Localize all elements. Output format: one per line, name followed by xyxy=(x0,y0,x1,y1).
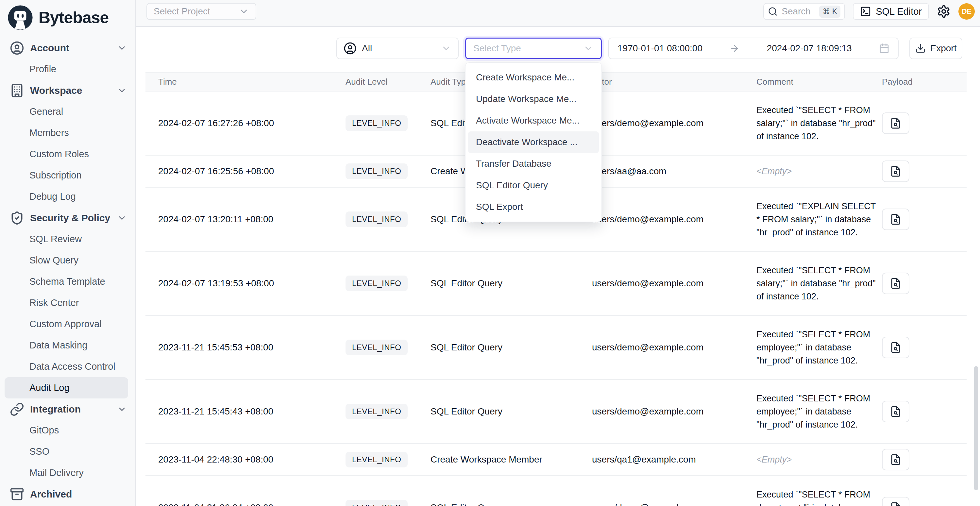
date-range-start: 1970-01-01 08:00:00 xyxy=(617,43,703,54)
file-search-icon xyxy=(890,117,902,129)
cell-audit-level: LEVEL_INFO xyxy=(343,115,428,131)
file-search-icon xyxy=(890,277,902,289)
view-payload-button[interactable] xyxy=(882,449,909,470)
cell-time: 2023-11-21 15:45:53 +08:00 xyxy=(145,342,343,353)
project-select-placeholder: Select Project xyxy=(154,6,210,17)
sidebar-item-archived[interactable]: Archived xyxy=(0,484,135,505)
level-badge: LEVEL_INFO xyxy=(345,452,407,468)
bytebase-logo[interactable]: Bytebase xyxy=(0,0,135,33)
topbar: Select Project Search ⌘ K SQL Editor DE xyxy=(136,0,980,27)
cell-audit-type: SQL Editor Query xyxy=(428,503,590,506)
menu-item-create-workspace-member[interactable]: Create Workspace Me... xyxy=(468,67,599,88)
sidebar-item-gitops[interactable]: GitOps xyxy=(0,420,135,441)
cell-audit-level: LEVEL_INFO xyxy=(343,500,428,506)
cell-audit-level: LEVEL_INFO xyxy=(343,275,428,291)
view-payload-button[interactable] xyxy=(882,401,909,422)
sidebar-item-data-masking[interactable]: Data Masking xyxy=(0,335,135,356)
sidebar-item-label: Schema Template xyxy=(29,276,105,287)
cell-payload xyxy=(876,497,967,506)
actor-filter-select[interactable]: All xyxy=(336,38,459,59)
sidebar-item-data-access-control[interactable]: Data Access Control xyxy=(0,356,135,377)
sidebar-item-custom-roles[interactable]: Custom Roles xyxy=(0,143,135,165)
cell-audit-type: SQL Editor Query xyxy=(428,406,590,417)
menu-item-activate-workspace-member[interactable]: Activate Workspace Me... xyxy=(468,110,599,131)
chevron-down-icon xyxy=(117,43,127,53)
sidebar-item-label: Profile xyxy=(29,64,56,75)
file-search-icon xyxy=(890,213,902,225)
sidebar-item-account[interactable]: Account xyxy=(0,37,135,59)
avatar[interactable]: DE xyxy=(958,3,975,20)
calendar-icon xyxy=(879,43,889,54)
sidebar-item-integration[interactable]: Integration xyxy=(0,398,135,420)
view-payload-button[interactable] xyxy=(882,113,909,134)
actor-filter-value: All xyxy=(362,43,372,54)
table-row: 2023-11-21 15:45:43 +08:00 LEVEL_INFO SQ… xyxy=(145,380,967,444)
sidebar-item-general[interactable]: General xyxy=(0,101,135,122)
search-input[interactable]: Search ⌘ K xyxy=(763,3,845,20)
type-filter-menu: Create Workspace Me... Update Workspace … xyxy=(465,62,602,222)
cell-comment: Executed `"SELECT * FROM employee;"` in … xyxy=(755,328,876,367)
sidebar-item-label: General xyxy=(29,106,63,117)
archive-icon xyxy=(10,487,24,501)
export-button[interactable]: Export xyxy=(909,38,963,59)
scrollbar-thumb[interactable] xyxy=(974,366,978,490)
project-select[interactable]: Select Project xyxy=(146,3,256,20)
chevron-down-icon xyxy=(117,213,127,223)
sql-editor-button[interactable]: SQL Editor xyxy=(853,3,929,20)
topbar-actions: Search ⌘ K SQL Editor DE xyxy=(763,3,975,20)
type-filter-select[interactable]: Select Type xyxy=(465,38,602,59)
menu-item-deactivate-workspace-member[interactable]: Deactivate Workspace ... xyxy=(468,131,599,153)
sidebar-item-audit-log[interactable]: Audit Log xyxy=(5,377,128,398)
view-payload-button[interactable] xyxy=(882,337,909,358)
menu-item-sql-editor-query[interactable]: SQL Editor Query xyxy=(468,175,599,196)
sidebar-item-label: GitOps xyxy=(29,425,59,436)
table-row: 2024-02-07 13:19:53 +08:00 LEVEL_INFO SQ… xyxy=(145,252,967,316)
file-search-icon xyxy=(890,406,902,417)
cell-actor: users/qa1@example.com xyxy=(590,454,755,465)
sidebar-item-label: Workspace xyxy=(30,85,83,96)
sidebar-item-debug-log[interactable]: Debug Log xyxy=(0,186,135,207)
sidebar-item-slow-query[interactable]: Slow Query xyxy=(0,250,135,271)
cell-payload xyxy=(876,401,967,422)
menu-item-update-workspace-member[interactable]: Update Workspace Me... xyxy=(468,88,599,110)
file-search-icon xyxy=(890,454,902,465)
column-header-payload: Payload xyxy=(876,77,967,87)
cell-comment: <Empty> xyxy=(755,453,876,466)
sidebar-item-subscription[interactable]: Subscription xyxy=(0,165,135,186)
bytebase-logo-icon xyxy=(7,5,33,31)
sidebar-item-custom-approval[interactable]: Custom Approval xyxy=(0,313,135,335)
sidebar-item-sql-review[interactable]: SQL Review xyxy=(0,229,135,250)
gear-icon[interactable] xyxy=(937,5,951,18)
view-payload-button[interactable] xyxy=(882,208,909,230)
audit-log-main: All Select Type 1970-01-01 08:00:00 2024… xyxy=(136,27,980,506)
menu-item-sql-export[interactable]: SQL Export xyxy=(468,196,599,218)
cell-comment: Executed `"SELECT * FROM salary;"` in da… xyxy=(755,103,876,143)
table-row: 2023-11-04 22:48:30 +08:00 LEVEL_INFO Cr… xyxy=(145,444,967,476)
date-range-picker[interactable]: 1970-01-01 08:00:00 2024-02-07 18:09:13 xyxy=(608,38,899,59)
cell-actor: users/demo@example.com xyxy=(590,278,755,289)
sidebar-item-label: Data Masking xyxy=(29,340,87,351)
sidebar-item-label: Mail Delivery xyxy=(29,468,84,478)
date-range-end: 2024-02-07 18:09:13 xyxy=(767,43,852,54)
export-label: Export xyxy=(930,43,957,54)
view-payload-button[interactable] xyxy=(882,497,909,506)
view-payload-button[interactable] xyxy=(882,161,909,182)
sidebar-item-security-policy[interactable]: Security & Policy xyxy=(0,207,135,229)
sidebar-item-members[interactable]: Members xyxy=(0,122,135,143)
sidebar-item-risk-center[interactable]: Risk Center xyxy=(0,292,135,313)
view-payload-button[interactable] xyxy=(882,273,909,294)
cell-time: 2023-11-04 22:48:30 +08:00 xyxy=(145,454,343,465)
sidebar-item-mail-delivery[interactable]: Mail Delivery xyxy=(0,462,135,484)
sidebar-item-label: Debug Log xyxy=(29,191,76,202)
menu-item-transfer-database[interactable]: Transfer Database xyxy=(468,153,599,175)
user-circle-icon xyxy=(10,41,24,55)
sidebar-item-label: Slow Query xyxy=(29,255,78,266)
sidebar-item-sso[interactable]: SSO xyxy=(0,441,135,462)
sidebar-item-schema-template[interactable]: Schema Template xyxy=(0,271,135,292)
column-header-comment: Comment xyxy=(755,77,876,87)
cell-actor: users/demo@example.com xyxy=(590,214,755,224)
sidebar-item-workspace[interactable]: Workspace xyxy=(0,80,135,101)
sidebar-item-label: Members xyxy=(29,127,69,138)
cell-time: 2024-02-07 13:19:53 +08:00 xyxy=(145,278,343,289)
sidebar-item-profile[interactable]: Profile xyxy=(0,59,135,80)
